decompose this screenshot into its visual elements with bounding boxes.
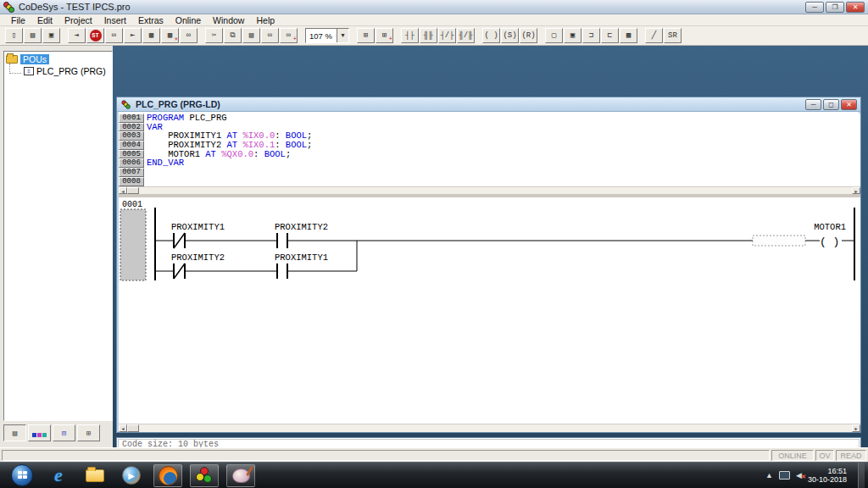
declaration-line[interactable]: 0006END_VAR [119, 158, 860, 168]
rung2-contact1-label[interactable]: PROXIMITY2 [171, 252, 225, 263]
main-titlebar[interactable]: CoDeSys - TEST IPCS.pro ─ ❐ ✕ [0, 0, 868, 14]
open-file-button[interactable]: ▤ [24, 28, 42, 43]
return-button[interactable]: ⊏ [601, 28, 619, 43]
download-cancel-button[interactable]: ▦✕ [161, 28, 179, 43]
minimize-button[interactable]: ─ [805, 2, 824, 13]
box-button[interactable]: ▩ [620, 28, 637, 43]
declaration-line[interactable]: 0007 [119, 168, 860, 177]
login-button[interactable]: ⇥ [68, 28, 86, 43]
ladder-editor[interactable]: 0001 PROXIMITY1 [119, 197, 860, 424]
internet-explorer-icon: e [54, 464, 63, 486]
editor-titlebar[interactable]: PLC_PRG (PRG-LD) ─ ◻ ✕ [117, 97, 860, 112]
parallel-contact-button[interactable]: ╢╟ [420, 28, 437, 43]
rung2-contact2-label[interactable]: PROXIMITY1 [275, 252, 328, 263]
stop-button[interactable]: ST [86, 28, 104, 43]
declaration-editor[interactable]: 0001PROGRAM PLC_PRG0002VAR0003 PROXIMITY… [119, 114, 860, 186]
copy-button[interactable]: ⧉ [224, 28, 242, 43]
tab-visualizations[interactable]: ⊡ [53, 424, 75, 441]
line-tool-button[interactable]: ╱ [645, 28, 663, 43]
folder-icon [6, 55, 18, 64]
editor-maximize-button[interactable]: ◻ [823, 99, 839, 110]
tray-display-icon[interactable] [779, 471, 790, 480]
line-number: 0003 [119, 131, 144, 141]
coil-button[interactable]: ( ) [482, 28, 500, 43]
negated-contact-button[interactable]: ┤/├ [438, 28, 456, 43]
find-button[interactable]: ∞ [261, 28, 279, 43]
menu-edit[interactable]: Edit [31, 15, 58, 25]
network-before-button[interactable]: ⊞ [357, 28, 375, 43]
declaration-line[interactable]: 0001PROGRAM PLC_PRG [119, 114, 860, 123]
menu-help[interactable]: Help [250, 15, 281, 25]
reset-coil-button[interactable]: (R) [520, 28, 537, 43]
coil-symbol[interactable]: ( ) [820, 236, 839, 248]
tree-item-plc-prg[interactable]: ≡ PLC_PRG (PRG) [6, 65, 110, 77]
taskbar-item-explorer[interactable] [81, 464, 109, 487]
menu-online[interactable]: Online [170, 15, 207, 25]
parallel-negated-contact-button[interactable]: ╢/╟ [457, 28, 475, 43]
taskbar-clock[interactable]: 16:51 30-10-2018 [808, 467, 852, 484]
taskbar-item-internet-explorer[interactable]: e [44, 464, 73, 487]
taskbar-item-paint[interactable] [226, 464, 255, 487]
zoom-dropdown[interactable]: 107 %▼ [305, 28, 349, 43]
tab-resources[interactable]: ⊞ [77, 424, 100, 441]
close-button[interactable]: ✕ [846, 2, 865, 13]
editor-minimize-button[interactable]: ─ [805, 99, 821, 110]
taskbar-item-media-player[interactable]: ▶ [117, 464, 146, 487]
tray-expand-icon[interactable]: ▲ [765, 471, 773, 480]
chevron-down-icon[interactable]: ▼ [337, 29, 348, 42]
menu-insert[interactable]: Insert [98, 15, 132, 25]
declaration-hscrollbar[interactable]: ◂ ▸ [119, 186, 860, 194]
find-next-button[interactable]: ∞+ [280, 28, 298, 43]
scroll-left-icon[interactable]: ◂ [119, 187, 127, 194]
step-button[interactable]: ⇤ [124, 28, 142, 43]
menu-file[interactable]: File [5, 15, 31, 25]
editor-title: PLC_PRG (PRG-LD) [136, 99, 220, 109]
scroll-right-icon[interactable]: ▸ [852, 187, 860, 194]
fb-with-en-button[interactable]: ▣ [564, 28, 581, 43]
new-file-button[interactable]: ▯ [5, 28, 23, 43]
rung1-contact2-label[interactable]: PROXIMITY2 [275, 222, 328, 232]
menu-project[interactable]: Project [58, 15, 98, 25]
search-project-button[interactable]: ∞ [180, 28, 198, 43]
windows-start-icon [11, 464, 33, 486]
taskbar-item-codesys[interactable] [190, 464, 219, 487]
ladder-selection-box[interactable] [753, 236, 805, 246]
start-button[interactable] [8, 464, 36, 487]
code-token: %QX0.0 [221, 149, 253, 159]
paste-button[interactable]: ▤ [242, 28, 260, 43]
network-selection-margin[interactable] [120, 209, 146, 280]
tree-item-label: PLC_PRG (PRG) [36, 66, 106, 76]
jump-button[interactable]: ⊐ [582, 28, 600, 43]
scroll-thumb[interactable] [127, 187, 139, 194]
scroll-right-icon[interactable]: ▸ [852, 424, 860, 432]
sr-flipflop-button[interactable]: SR [664, 28, 682, 43]
run-button[interactable]: ∞ [105, 28, 123, 43]
ladder-hscrollbar[interactable]: ◂ ▸ [119, 424, 860, 432]
menu-window[interactable]: Window [207, 15, 250, 25]
scroll-left-icon[interactable]: ◂ [119, 424, 127, 432]
network-after-button[interactable]: ⊞+ [376, 28, 393, 43]
menu-extras[interactable]: Extras [132, 15, 170, 25]
editor-close-button[interactable]: ✕ [841, 99, 857, 110]
cut-button[interactable]: ✂ [205, 28, 223, 43]
set-coil-button[interactable]: (S) [501, 28, 519, 43]
download-button[interactable]: ▦ [142, 28, 160, 43]
tab-data-types[interactable] [28, 424, 51, 441]
function-block-button[interactable]: ▢ [545, 28, 563, 43]
taskbar-item-firefox[interactable] [153, 464, 182, 487]
tree-root-pous[interactable]: POUs [6, 53, 110, 65]
scroll-thumb[interactable] [127, 424, 139, 432]
contact-gap [278, 235, 287, 247]
tab-pous[interactable]: ▤ [3, 424, 26, 441]
coil-label[interactable]: MOTOR1 [814, 222, 846, 232]
restore-button[interactable]: ❐ [826, 2, 844, 13]
rung1-contact1-label[interactable]: PROXIMITY1 [171, 222, 225, 232]
declaration-line[interactable]: 0008 [119, 177, 860, 186]
tray-volume-muted-icon[interactable]: ◀✕ [796, 471, 802, 480]
declaration-line[interactable]: 0005 MOTOR1 AT %QX0.0: BOOL; [119, 150, 860, 159]
save-button[interactable]: ▣ [42, 28, 60, 43]
zoom-value: 107 % [306, 31, 337, 41]
show-desktop-button[interactable] [858, 463, 865, 488]
ladder-network-svg: 0001 PROXIMITY1 [119, 197, 860, 424]
contact-button[interactable]: ┤├ [401, 28, 419, 43]
